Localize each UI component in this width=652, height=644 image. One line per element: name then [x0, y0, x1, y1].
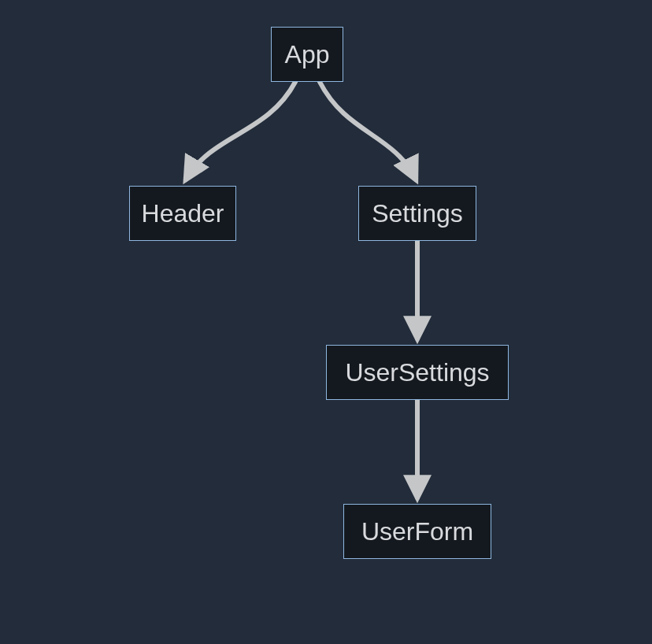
- edge-app-settings: [320, 82, 416, 180]
- node-label: UserSettings: [345, 360, 489, 385]
- edge-app-header: [186, 82, 295, 180]
- edges-layer: [0, 0, 652, 644]
- node-settings: Settings: [358, 186, 476, 241]
- node-header: Header: [129, 186, 236, 241]
- node-label: UserForm: [361, 519, 473, 544]
- node-label: Header: [142, 201, 224, 226]
- node-userform: UserForm: [343, 504, 491, 559]
- diagram-canvas: App Header Settings UserSettings UserFor…: [0, 0, 652, 644]
- node-label: App: [285, 42, 330, 67]
- node-usersettings: UserSettings: [326, 345, 509, 400]
- node-label: Settings: [372, 201, 463, 226]
- node-app: App: [271, 27, 343, 82]
